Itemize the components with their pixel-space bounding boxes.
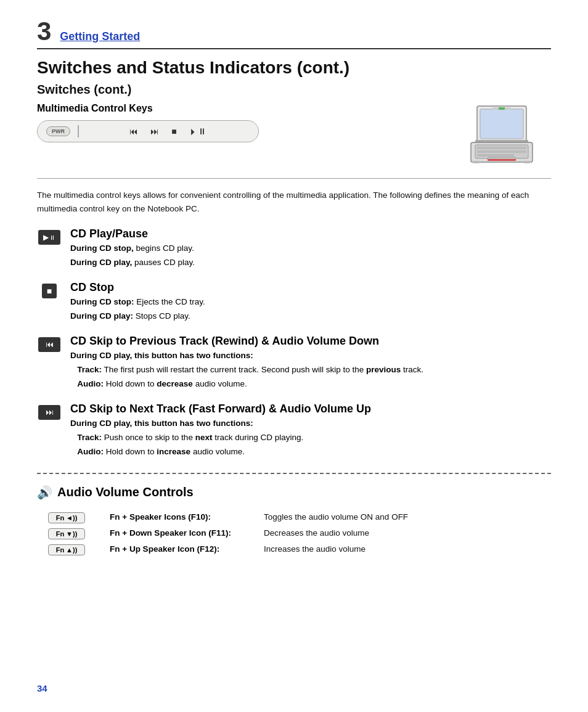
svg-rect-13 — [523, 161, 531, 163]
intro-text: The multimedia control keys allows for c… — [37, 189, 551, 215]
feature-cd-stop-content: CD Stop During CD stop: Ejects the CD tr… — [70, 281, 205, 324]
chapter-number: 3 — [37, 18, 51, 44]
multimedia-label: Multimedia Control Keys — [37, 103, 452, 114]
feature-cd-stop-body: During CD stop: Ejects the CD tray. Duri… — [70, 295, 205, 324]
section-title: Switches (cont.) — [37, 83, 551, 97]
multimedia-right — [452, 103, 551, 171]
keyboard-bar: PWR ⏮ ⏭ ■ ⏵⏸ — [37, 120, 259, 142]
svg-rect-7 — [477, 154, 514, 157]
svg-rect-12 — [473, 161, 480, 163]
audio-action-f10: Toggles the audio volume ON and OFF — [259, 510, 557, 526]
audio-key-f12: Fn + Up Speaker Icon (F12): — [105, 542, 259, 558]
page-title: Switches and Status Indicators (cont.) — [37, 58, 551, 78]
audio-volume-icon: 🔊 — [37, 485, 52, 500]
feature-cd-next-content: CD Skip to Next Track (Fast Forward) & A… — [70, 403, 371, 459]
audio-action-f11: Decreases the audio volume — [259, 526, 557, 542]
feature-cd-play-pause-content: CD Play/Pause During CD stop, begins CD … — [70, 227, 195, 270]
feature-cd-next: ⏭ CD Skip to Next Track (Fast Forward) &… — [37, 403, 551, 459]
prev-icon: ⏮ — [37, 336, 62, 353]
laptop-illustration — [462, 103, 542, 171]
svg-rect-1 — [480, 109, 523, 139]
svg-rect-11 — [499, 107, 505, 110]
audio-row-f10: Fn ◄)) Fn + Speaker Icons (F10): Toggles… — [43, 510, 557, 526]
svg-rect-5 — [477, 147, 526, 149]
svg-rect-6 — [477, 150, 526, 153]
audio-fn-f12: Fn ▲)) — [43, 542, 105, 558]
section-dashed-divider — [37, 473, 551, 474]
audio-key-f10: Fn + Speaker Icons (F10): — [105, 510, 259, 526]
feature-cd-prev-content: CD Skip to Previous Track (Rewind) & Aud… — [70, 335, 423, 391]
svg-rect-9 — [488, 159, 516, 161]
kbd-divider — [78, 125, 79, 137]
page: 3 Getting Started Switches and Status In… — [0, 0, 588, 712]
feature-cd-play-pause-body: During CD stop, begins CD play. During C… — [70, 242, 195, 270]
kbd-prev-btn: ⏮ — [129, 126, 138, 136]
section-divider — [37, 178, 551, 179]
feature-cd-prev-body: During CD play, this button has two func… — [70, 349, 423, 391]
feature-cd-stop: ■ CD Stop During CD stop: Ejects the CD … — [37, 281, 551, 324]
multimedia-section: Multimedia Control Keys PWR ⏮ ⏭ ■ ⏵⏸ — [37, 103, 551, 171]
next-icon: ⏭ — [37, 404, 62, 421]
audio-fn-f11: Fn ▼)) — [43, 526, 105, 542]
multimedia-left: Multimedia Control Keys PWR ⏮ ⏭ ■ ⏵⏸ — [37, 103, 452, 142]
chapter-title: Getting Started — [60, 30, 140, 43]
kbd-next-btn: ⏭ — [150, 126, 159, 136]
fn-f10-button: Fn ◄)) — [48, 512, 85, 523]
kbd-controls: ⏮ ⏭ ■ ⏵⏸ — [86, 126, 250, 136]
audio-section-header: 🔊 Audio Volume Controls — [37, 485, 551, 500]
feature-cd-next-title: CD Skip to Next Track (Fast Forward) & A… — [70, 403, 371, 415]
feature-cd-prev: ⏮ CD Skip to Previous Track (Rewind) & A… — [37, 335, 551, 391]
play-pause-icon: ▶⏸ — [37, 229, 62, 246]
kbd-play-btn: ⏵⏸ — [189, 126, 206, 136]
page-number: 34 — [37, 683, 47, 694]
audio-row-f11: Fn ▼)) Fn + Down Speaker Icon (F11): Dec… — [43, 526, 557, 542]
feature-cd-play-pause: ▶⏸ CD Play/Pause During CD stop, begins … — [37, 227, 551, 270]
fn-f11-button: Fn ▼)) — [48, 528, 85, 539]
feature-cd-next-body: During CD play, this button has two func… — [70, 417, 371, 459]
feature-cd-prev-title: CD Skip to Previous Track (Rewind) & Aud… — [70, 335, 379, 347]
audio-section-title: Audio Volume Controls — [57, 485, 194, 499]
fn-f12-button: Fn ▲)) — [48, 544, 85, 555]
stop-icon: ■ — [37, 282, 62, 300]
audio-action-f12: Increases the audio volume — [259, 542, 557, 558]
audio-table: Fn ◄)) Fn + Speaker Icons (F10): Toggles… — [43, 510, 557, 558]
pwr-key: PWR — [46, 126, 70, 136]
kbd-stop-btn: ■ — [171, 126, 176, 136]
audio-row-f12: Fn ▲)) Fn + Up Speaker Icon (F12): Incre… — [43, 542, 557, 558]
chapter-header: 3 Getting Started — [37, 18, 551, 49]
feature-cd-stop-title: CD Stop — [70, 281, 114, 293]
feature-cd-play-pause-title: CD Play/Pause — [70, 227, 148, 240]
audio-key-f11: Fn + Down Speaker Icon (F11): — [105, 526, 259, 542]
audio-fn-f10: Fn ◄)) — [43, 510, 105, 526]
